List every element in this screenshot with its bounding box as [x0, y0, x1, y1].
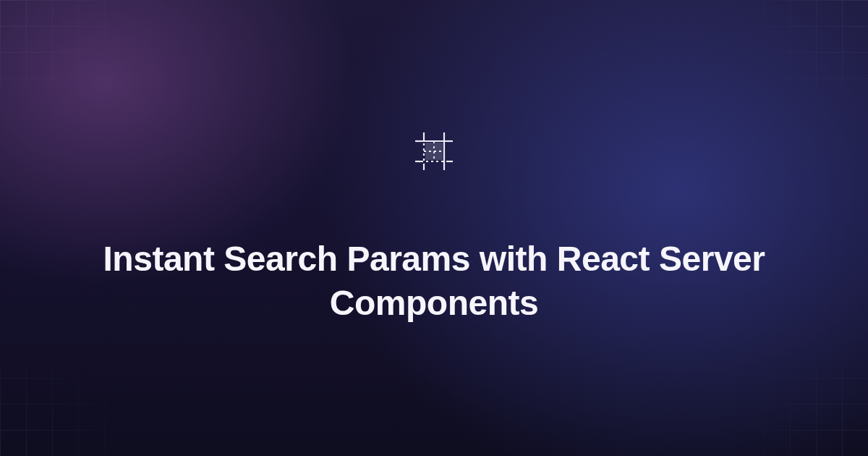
card-content: Instant Search Params with React Server … — [0, 0, 868, 456]
card-title: Instant Search Params with React Server … — [72, 237, 796, 326]
buildui-logo-icon — [414, 131, 454, 172]
